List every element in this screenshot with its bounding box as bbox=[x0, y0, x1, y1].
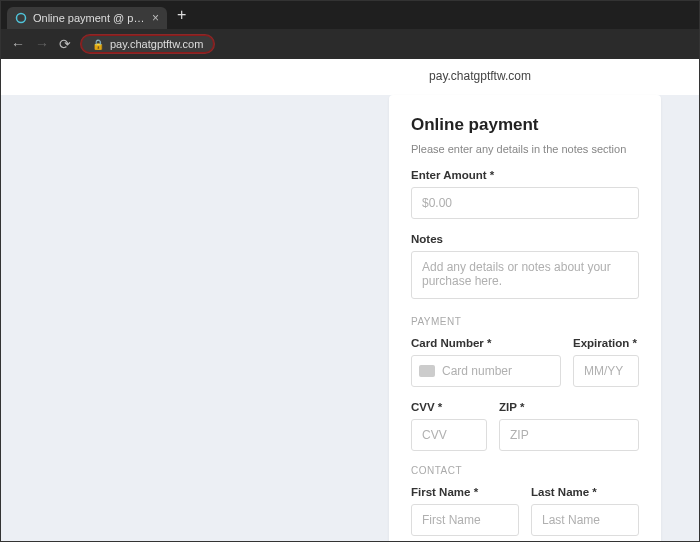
url-box[interactable]: 🔒 pay.chatgptftw.com bbox=[81, 35, 214, 53]
payment-card: Online payment Please enter any details … bbox=[389, 95, 661, 542]
first-name-label: First Name * bbox=[411, 486, 519, 498]
cvv-input[interactable] bbox=[411, 419, 487, 451]
expiration-label: Expiration * bbox=[573, 337, 639, 349]
last-name-label: Last Name * bbox=[531, 486, 639, 498]
page-subtext: Please enter any details in the notes se… bbox=[411, 143, 639, 155]
cvv-label: CVV * bbox=[411, 401, 487, 413]
tab-title: Online payment @ pay.chatgptft bbox=[33, 12, 146, 24]
credit-card-icon bbox=[419, 365, 435, 377]
reload-icon[interactable]: ⟳ bbox=[59, 36, 71, 52]
notes-label: Notes bbox=[411, 233, 639, 245]
site-header: pay.chatgptftw.com bbox=[1, 59, 699, 95]
svg-point-0 bbox=[17, 14, 26, 23]
zip-input[interactable] bbox=[499, 419, 639, 451]
close-tab-icon[interactable]: × bbox=[152, 11, 159, 25]
notes-textarea[interactable] bbox=[411, 251, 639, 299]
back-icon[interactable]: ← bbox=[11, 36, 25, 52]
favicon-icon bbox=[15, 12, 27, 24]
amount-label: Enter Amount * bbox=[411, 169, 639, 181]
payment-section-head: PAYMENT bbox=[411, 316, 639, 327]
lock-icon: 🔒 bbox=[92, 39, 104, 50]
amount-input[interactable] bbox=[411, 187, 639, 219]
address-bar: ← → ⟳ 🔒 pay.chatgptftw.com bbox=[1, 29, 699, 59]
page-viewport: pay.chatgptftw.com Online payment Please… bbox=[1, 59, 699, 542]
zip-label: ZIP * bbox=[499, 401, 639, 413]
site-domain-text: pay.chatgptftw.com bbox=[429, 69, 531, 83]
url-text: pay.chatgptftw.com bbox=[110, 38, 203, 50]
last-name-input[interactable] bbox=[531, 504, 639, 536]
card-number-label: Card Number * bbox=[411, 337, 561, 349]
contact-section-head: CONTACT bbox=[411, 465, 639, 476]
new-tab-button[interactable]: + bbox=[177, 6, 186, 24]
browser-tab[interactable]: Online payment @ pay.chatgptft × bbox=[7, 7, 167, 29]
forward-icon[interactable]: → bbox=[35, 36, 49, 52]
tab-bar: Online payment @ pay.chatgptft × + bbox=[1, 1, 699, 29]
expiration-input[interactable] bbox=[573, 355, 639, 387]
first-name-input[interactable] bbox=[411, 504, 519, 536]
page-title: Online payment bbox=[411, 115, 639, 135]
browser-chrome: Online payment @ pay.chatgptft × + ← → ⟳… bbox=[1, 1, 699, 59]
